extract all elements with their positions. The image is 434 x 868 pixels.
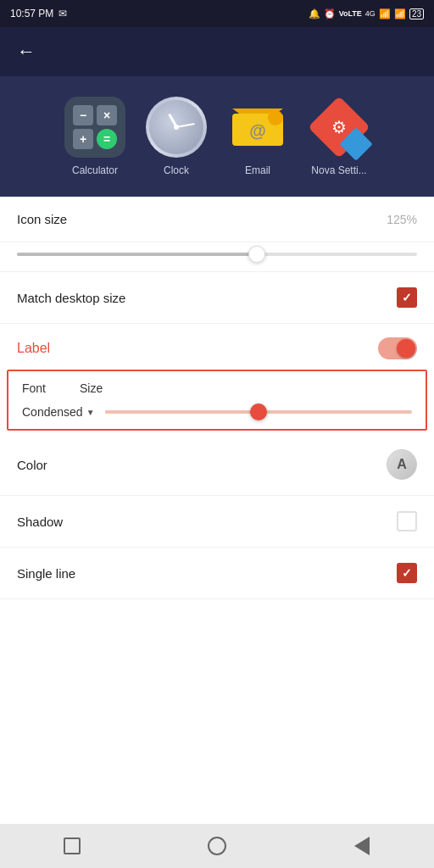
nav-back-button[interactable] bbox=[345, 829, 379, 863]
header: ← bbox=[0, 27, 434, 76]
match-desktop-label: Match desktop size bbox=[17, 291, 125, 305]
color-row: Color A bbox=[0, 434, 434, 496]
match-desktop-checkbox[interactable] bbox=[397, 287, 417, 308]
app-calculator: − × + = Calculator bbox=[64, 97, 125, 176]
dropdown-arrow-icon: ▼ bbox=[86, 408, 95, 417]
status-time-area: 10:57 PM ✉ bbox=[10, 8, 67, 19]
toggle-thumb bbox=[397, 339, 415, 358]
at-symbol: @ bbox=[249, 121, 266, 141]
clock-minute-hand bbox=[176, 123, 195, 128]
font-selector[interactable]: Condensed ▼ bbox=[22, 405, 95, 419]
app-email: @ Email bbox=[227, 97, 288, 176]
shadow-label: Shadow bbox=[17, 515, 63, 529]
label-section-header: Label bbox=[0, 324, 434, 366]
icon-size-slider-container bbox=[0, 242, 434, 272]
envelope-badge bbox=[268, 110, 283, 125]
nova-icon: ⚙ bbox=[309, 97, 370, 158]
4g-icon: 4G bbox=[365, 9, 376, 18]
back-button[interactable]: ← bbox=[14, 37, 39, 66]
email-icon-wrap: @ bbox=[227, 97, 288, 158]
calc-x: × bbox=[97, 105, 117, 125]
clock-status-icon: ⏰ bbox=[324, 8, 336, 19]
single-line-row: Single line bbox=[0, 548, 434, 599]
icon-size-row: Icon size 125% bbox=[0, 197, 434, 242]
alarm-icon: 🔔 bbox=[309, 8, 320, 19]
battery-icon: 23 bbox=[409, 8, 424, 19]
clock-label: Clock bbox=[164, 164, 189, 176]
match-desktop-row: Match desktop size bbox=[0, 272, 434, 324]
status-icons: 🔔 ⏰ VoLTE 4G 📶 📶 23 bbox=[309, 8, 424, 19]
calculator-icon: − × + = bbox=[64, 97, 125, 158]
lte-icon: VoLTE bbox=[339, 9, 362, 18]
icon-size-slider-fill bbox=[17, 253, 257, 256]
icon-size-slider-track[interactable] bbox=[17, 253, 417, 256]
bottom-navigation bbox=[0, 824, 434, 868]
status-bar: 10:57 PM ✉ 🔔 ⏰ VoLTE 4G 📶 📶 23 bbox=[0, 0, 434, 27]
font-row-top: Font Size bbox=[22, 381, 412, 395]
condensed-label: Condensed bbox=[22, 405, 83, 419]
color-symbol: A bbox=[397, 457, 407, 472]
font-row-bottom: Condensed ▼ bbox=[22, 405, 412, 419]
calc-minus: − bbox=[73, 105, 93, 125]
calculator-label: Calculator bbox=[72, 164, 118, 176]
font-label: Font bbox=[22, 381, 46, 395]
clock-icon bbox=[146, 97, 207, 158]
circle-icon bbox=[208, 837, 226, 855]
shadow-checkbox[interactable] bbox=[397, 511, 417, 531]
email-label: Email bbox=[245, 164, 270, 176]
font-size-section: Font Size Condensed ▼ bbox=[7, 370, 427, 431]
color-label: Color bbox=[17, 458, 47, 472]
nova-gear-icon: ⚙ bbox=[331, 117, 347, 137]
signal-icon: 📶 bbox=[379, 8, 391, 19]
status-time: 10:57 PM bbox=[10, 8, 53, 19]
nav-square-button[interactable] bbox=[55, 829, 89, 863]
calc-eq: = bbox=[97, 129, 117, 149]
triangle-icon bbox=[354, 837, 370, 855]
nav-home-button[interactable] bbox=[200, 829, 234, 863]
font-size-fill bbox=[105, 410, 259, 414]
nova-label: Nova Setti... bbox=[311, 164, 366, 176]
wifi-icon: 📶 bbox=[394, 8, 406, 19]
font-size-slider[interactable] bbox=[105, 410, 412, 414]
app-preview-area: − × + = Calculator Clock @ bbox=[0, 76, 434, 197]
label-text: Label bbox=[17, 341, 50, 356]
square-icon bbox=[64, 837, 81, 854]
email-icon: ✉ bbox=[58, 8, 67, 19]
icon-size-value: 125% bbox=[387, 213, 417, 226]
label-toggle[interactable] bbox=[378, 337, 417, 359]
calc-plus: + bbox=[73, 129, 93, 149]
settings-panel: Icon size 125% Match desktop size Label … bbox=[0, 197, 434, 599]
color-picker-button[interactable]: A bbox=[387, 449, 417, 480]
envelope: @ bbox=[232, 108, 283, 146]
icon-size-label: Icon size bbox=[17, 212, 67, 226]
app-nova: ⚙ Nova Setti... bbox=[309, 97, 370, 176]
single-line-label: Single line bbox=[17, 566, 75, 581]
size-label: Size bbox=[80, 381, 103, 395]
single-line-checkbox[interactable] bbox=[397, 563, 417, 583]
app-clock: Clock bbox=[146, 97, 207, 176]
shadow-row: Shadow bbox=[0, 496, 434, 548]
icon-size-slider-thumb[interactable] bbox=[248, 246, 265, 263]
clock-center-dot bbox=[174, 125, 179, 130]
font-size-thumb[interactable] bbox=[250, 403, 267, 420]
